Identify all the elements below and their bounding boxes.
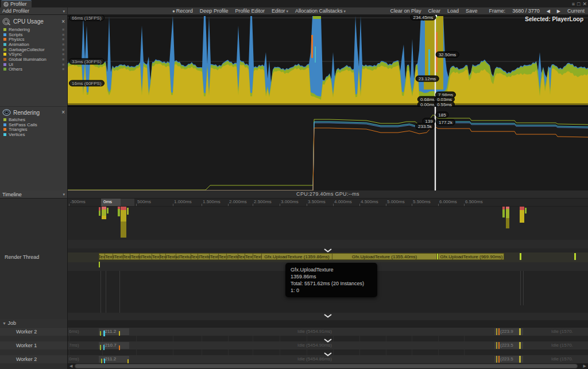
drag-handle-icon[interactable]: ≡ — [62, 63, 64, 67]
timeline-sample-gfx-uploadtexture[interactable]: Gfx.UploadTexture (13ms) — [160, 254, 166, 259]
timeline-sample-gfx-uploadtexture[interactable]: Gfx.UploadTexture (13ms) — [123, 254, 130, 259]
timeline-sample-bar[interactable] — [520, 210, 524, 223]
cpu-usage-module[interactable]: CPU Usage × Rendering≡Scripts≡Physics≡An… — [0, 15, 67, 106]
collapse-triangle-icon[interactable]: ▼ — [2, 321, 6, 325]
timeline-sample-bar[interactable] — [119, 345, 120, 350]
timeline-sample-gfx-uploadtexture[interactable]: Gfx.UploadTexture (13ms) — [130, 254, 140, 259]
legend-item-batches[interactable]: Batches — [3, 117, 67, 122]
timeline-sample-gfx-uploadtexture[interactable]: Gfx.UploadTexture (13ms) — [245, 254, 253, 259]
timeline-sample-bar[interactable] — [104, 359, 105, 363]
timeline-sample-bar[interactable] — [99, 262, 100, 267]
timeline-sample-bar[interactable] — [502, 209, 505, 217]
drag-handle-icon[interactable]: ≡ — [62, 57, 64, 61]
clear-button[interactable]: Clear — [425, 7, 444, 15]
legend-item-rendering[interactable]: Rendering≡ — [3, 27, 67, 32]
drag-handle-icon[interactable]: ≡ — [62, 48, 64, 52]
scroll-left-icon[interactable]: ◀ — [69, 363, 72, 369]
timeline-sample-gfx-uploadtexture[interactable]: Gfx.UploadTexture (13ms) — [191, 254, 198, 259]
timeline-sample-bar[interactable] — [506, 209, 509, 218]
rendering-chart[interactable]: 185139177.2k233.5k — [68, 106, 588, 191]
drag-handle-icon[interactable]: ≡ — [62, 37, 64, 41]
drag-handle-icon[interactable]: ≡ — [62, 33, 64, 37]
legend-item-ui[interactable]: UI≡ — [3, 62, 67, 67]
timeline-sample-bar[interactable] — [525, 208, 527, 213]
timeline-sample-gfx-uploadtexture[interactable]: Gfx.UploadTexture (1355.40ms) — [332, 254, 437, 259]
legend-item-animation[interactable]: Animation≡ — [3, 42, 67, 47]
timeline-sample-bar[interactable] — [121, 222, 126, 238]
timeline-sample-gfx-uploadtexture[interactable]: Gfx.UploadTexture (13ms) — [105, 254, 113, 259]
legend-item-global-illumination[interactable]: Global Illumination≡ — [3, 57, 67, 62]
timeline-sample-bar[interactable] — [100, 345, 101, 350]
timeline-sample-gfx-uploadtexture[interactable]: Gfx.UploadTexture (13ms) — [166, 254, 176, 259]
current-frame-button[interactable]: Current — [564, 7, 588, 15]
timeline-sample-bar[interactable] — [127, 208, 129, 215]
expand-chevron-icon[interactable] — [324, 352, 332, 358]
close-icon[interactable]: × — [61, 19, 65, 25]
add-profiler-dropdown[interactable]: Add Profiler ▾ — [0, 7, 68, 15]
close-icon[interactable]: × — [61, 110, 65, 115]
cpu-usage-chart[interactable]: 66ms (15FPS)33ms (30FPS)16ms (60FPS) 234… — [68, 15, 588, 106]
next-frame-button[interactable]: ▶ — [554, 9, 564, 14]
tab-profiler[interactable]: Profiler — [1, 0, 32, 7]
profile-editor-button[interactable]: Profile Editor — [231, 7, 268, 15]
timeline-sample-gfx-uploadtexture[interactable]: Gfx.UploadTexture (13ms) — [152, 254, 160, 259]
legend-item-others[interactable]: Others≡ — [3, 67, 67, 72]
timeline-sample-bar[interactable] — [498, 356, 500, 363]
worker-sample-group[interactable]: (211.2 — [99, 356, 129, 363]
maximize-icon[interactable]: □ — [577, 1, 580, 7]
timeline-sample-gfx-uploadtexture[interactable]: Gfx.UploadTexture (13ms) — [198, 254, 210, 259]
timeline-sample-gfx-uploadtexture[interactable]: Gfx.UploadTexture (13ms) — [176, 254, 191, 259]
timeline-sample-gfx-uploadtexture[interactable]: Gfx.UploadTexture (13ms) — [113, 254, 123, 259]
timeline-sample-gfx-uploadtexture[interactable]: Gfx.UploadTexture (13ms) — [253, 254, 262, 259]
timeline-sample-bar[interactable] — [498, 342, 500, 349]
legend-item-garbagecollector[interactable]: GarbageCollector≡ — [3, 47, 67, 52]
close-icon[interactable]: ✕ — [582, 1, 587, 7]
timeline-sample-bar[interactable] — [127, 359, 129, 363]
timeline-sample-bar[interactable] — [519, 342, 521, 349]
legend-item-vsync[interactable]: VSync≡ — [3, 52, 67, 57]
drag-handle-icon[interactable]: ≡ — [62, 67, 64, 71]
timeline-sample-gfx-uploadtexture[interactable]: Gfx.UploadTexture (13ms) — [227, 254, 238, 259]
timeline-sample-gfx-uploadtexture[interactable]: Gfx.UploadTexture (969.90ms) — [439, 254, 504, 259]
timeline-sample-bar[interactable] — [496, 342, 497, 349]
timeline-canvas[interactable]: Gfx.UploadTexture (13ms)Gfx.UploadTextur… — [68, 207, 588, 363]
legend-item-vertices[interactable]: Vertices — [3, 132, 67, 137]
editor-dropdown[interactable]: Editor▾ — [268, 7, 292, 15]
timeline-sample-bar[interactable] — [103, 331, 105, 336]
timeline-sample-bar[interactable] — [102, 209, 106, 216]
timeline-sample-bar[interactable] — [520, 253, 521, 260]
render-thread-bar[interactable]: Gfx.UploadTexture (13ms)Gfx.UploadTextur… — [99, 253, 504, 260]
timeline-sample-bar[interactable] — [506, 218, 509, 228]
prev-frame-button[interactable]: ◀ — [543, 9, 554, 14]
timeline-sample-bar[interactable] — [496, 328, 497, 335]
timeline-sample-gfx-uploadtexture[interactable]: Gfx.UploadTexture (1359.86ms) — [262, 254, 332, 259]
load-button[interactable]: Load — [444, 7, 462, 15]
legend-item-triangles[interactable]: Triangles — [3, 127, 67, 132]
timeline-sample-gfx-uploadtexture[interactable]: Gfx.UploadTexture (13ms) — [219, 254, 227, 259]
timeline-sample-gfx-uploadtexture[interactable]: Gfx.UploadTexture (13ms) — [210, 254, 219, 259]
drag-handle-icon[interactable]: ≡ — [62, 42, 64, 46]
timeline-sample-bar[interactable] — [99, 211, 100, 216]
deep-profile-button[interactable]: Deep Profile — [196, 7, 232, 15]
expand-chevron-icon[interactable] — [324, 313, 332, 319]
timeline-sample-gfx-uploadtexture[interactable]: Gfx.UploadTexture (13ms) — [99, 254, 105, 259]
timeline-sample-bar[interactable] — [119, 331, 120, 336]
scrollbar-thumb[interactable] — [75, 364, 578, 368]
rendering-module[interactable]: Rendering × BatchesSetPass CallsTriangle… — [0, 107, 67, 191]
scroll-right-icon[interactable]: ▶ — [583, 363, 586, 369]
record-button[interactable]: ●Record — [169, 7, 196, 15]
timeline-sample-bar[interactable] — [496, 356, 497, 363]
timeline-sample-bar[interactable] — [107, 208, 109, 213]
worker-row[interactable]: 6ms)(211.2Idle (5454.91ms)(223.9Idle (15… — [68, 328, 588, 336]
window-menu-icon[interactable]: ≡ — [572, 1, 575, 7]
drag-handle-icon[interactable]: ≡ — [62, 52, 64, 56]
timeline-sample-bar[interactable] — [121, 210, 126, 222]
timeline-sample-bar[interactable] — [519, 328, 521, 335]
timeline-sample-bar[interactable] — [100, 331, 101, 336]
timeline-sample-bar[interactable] — [498, 328, 500, 335]
timeline-ruler[interactable]: -500ms0ms500ms1.000ms1.500ms2.000ms2.500… — [68, 199, 588, 207]
timeline-sample-bar[interactable] — [101, 359, 102, 363]
horizontal-scrollbar[interactable]: ◀ ▶ — [68, 363, 588, 369]
timeline-sample-bar[interactable] — [118, 209, 120, 216]
expand-chevron-icon[interactable] — [324, 248, 332, 254]
